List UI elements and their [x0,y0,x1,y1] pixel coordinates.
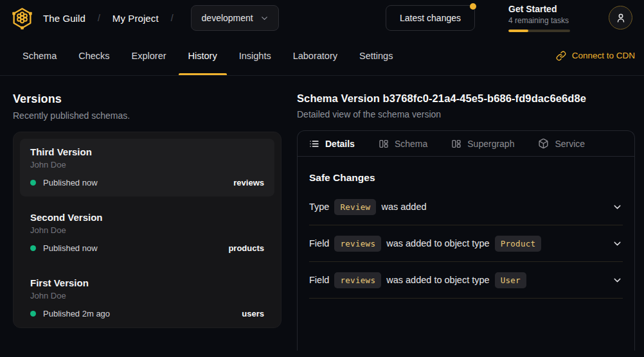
detail-tab-schema[interactable]: Schema [379,139,427,149]
list-icon [309,139,319,149]
nav-tab-settings[interactable]: Settings [350,36,402,75]
nav-tab-schema[interactable]: Schema [13,36,66,75]
nav-tabs: Schema Checks Explorer History Insights … [13,36,402,75]
change-badge: reviews [334,272,381,288]
change-text: Field [309,238,329,248]
version-meta: Published now products [30,243,264,253]
nav-tab-history[interactable]: History [179,36,227,75]
detail-tab-label: Details [325,139,355,149]
change-badge: reviews [334,236,381,252]
breadcrumb-project[interactable]: My Project [112,13,159,24]
versions-title: Versions [13,92,282,106]
nav-tab-insights[interactable]: Insights [229,36,281,75]
target-selector[interactable]: development [191,5,279,31]
user-icon [615,12,627,24]
version-published-time: Published 2m ago [43,309,110,318]
schema-version-title: Schema Version b3768fc0-21a4-45e5-b686-f… [297,92,635,105]
panels-icon [379,139,389,149]
detail-tab-supergraph[interactable]: Supergraph [451,139,514,149]
detail-tab-label: Supergraph [467,139,514,149]
version-published-time: Published now [43,178,98,187]
target-selector-value: development [202,13,253,23]
change-row[interactable]: Fieldreviewswas added to object typeProd… [309,225,623,262]
version-name: First Version [30,277,264,288]
chevron-down-icon[interactable] [612,202,623,213]
chevron-down-icon[interactable] [612,238,623,249]
change-description: Fieldreviewswas added to object typeUser [309,272,526,288]
nav-tab-label: Checks [78,51,109,61]
change-badge: Review [334,199,376,215]
changes-list: TypeReviewwas added Fieldreviewswas adde… [309,189,623,299]
get-started-widget[interactable]: Get Started 4 remaining tasks [508,4,570,32]
get-started-title: Get Started [508,4,570,15]
change-badge: Product [495,236,542,252]
version-name: Third Version [30,146,264,157]
connect-to-cdn-label: Connect to CDN [572,51,635,60]
versions-list: Third Version John Doe Published now rev… [13,132,282,328]
change-row[interactable]: Fieldreviewswas added to object typeUser [309,262,623,299]
version-service-name: reviews [233,178,264,187]
main-content: Versions Recently published schemas. Thi… [0,76,644,351]
version-list-item[interactable]: Third Version John Doe Published now rev… [20,139,274,196]
schema-version-panel: Details Schema Supergraph Servic [297,130,635,351]
nav-tab-label: Laboratory [293,51,337,61]
version-author: John Doe [30,225,264,235]
version-author: John Doe [30,291,264,300]
panels-icon [451,139,461,149]
version-meta: Published now reviews [30,178,264,187]
box-icon [538,138,549,149]
link-icon [556,51,566,61]
change-text: was added [381,202,426,212]
published-status-dot [30,245,36,251]
change-text: was added to object type [386,275,489,285]
schema-version-column: Schema Version b3768fc0-21a4-45e5-b686-f… [297,92,635,351]
main-nav: Schema Checks Explorer History Insights … [0,36,644,76]
versions-column: Versions Recently published schemas. Thi… [13,92,282,351]
change-text: Field [309,275,329,285]
connect-to-cdn-link[interactable]: Connect to CDN [556,36,635,75]
nav-tab-explorer[interactable]: Explorer [122,36,176,75]
version-service-name: products [228,243,264,253]
detail-tab-service[interactable]: Service [538,138,585,149]
breadcrumb-org[interactable]: The Guild [43,13,85,24]
topbar-right: Latest changes Get Started 4 remaining t… [386,4,632,32]
breadcrumb-separator: / [94,13,103,23]
user-avatar[interactable] [609,6,632,30]
nav-tab-label: Settings [359,51,393,61]
change-row[interactable]: TypeReviewwas added [309,189,623,225]
breadcrumb-separator: / [168,13,177,23]
detail-tab-label: Service [555,139,585,149]
versions-subtitle: Recently published schemas. [13,110,282,121]
nav-tab-label: Insights [239,51,271,61]
version-name: Second Version [30,212,264,223]
notification-dot [470,3,476,10]
nav-tab-laboratory[interactable]: Laboratory [283,36,347,75]
schema-version-subtitle: Detailed view of the schema version [297,109,635,119]
change-description: Fieldreviewswas added to object typeProd… [309,236,541,252]
safe-changes-title: Safe Changes [309,172,623,184]
detail-tab-details[interactable]: Details [309,139,355,149]
nav-tab-label: History [188,51,217,61]
version-meta: Published 2m ago users [30,309,264,318]
change-description: TypeReviewwas added [309,199,427,215]
get-started-progressbar [508,30,570,32]
get-started-progress-fill [508,30,528,32]
top-bar: The Guild / My Project / development Lat… [0,0,644,36]
detail-tab-label: Schema [395,139,427,149]
get-started-subtitle: 4 remaining tasks [508,16,570,25]
detail-body: Safe Changes TypeReviewwas added Fieldre… [298,157,634,299]
nav-tab-label: Schema [22,51,57,61]
change-badge: User [495,272,526,288]
change-text: Type [309,202,329,212]
chevron-down-icon[interactable] [612,275,623,286]
nav-tab-checks[interactable]: Checks [69,36,119,75]
version-list-item[interactable]: Second Version John Doe Published now pr… [20,204,274,262]
change-text: was added to object type [386,238,489,248]
published-status-dot [30,311,36,317]
hive-logo-icon[interactable] [10,6,34,30]
version-list-item[interactable]: First Version John Doe Published 2m ago … [20,270,274,327]
version-published-time: Published now [43,243,98,253]
latest-changes-button[interactable]: Latest changes [386,5,475,31]
version-service-name: users [242,309,264,318]
version-author: John Doe [30,160,264,170]
